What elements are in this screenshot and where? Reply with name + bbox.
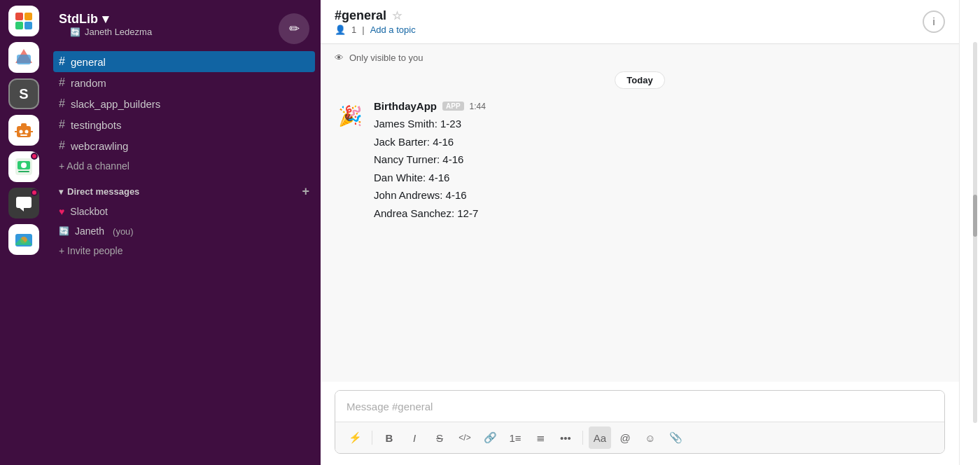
slackbot-heart-icon: ♥ [59,206,64,217]
channel-hash-icon: # [59,139,65,152]
dm-janeth-name: Janeth [75,225,104,237]
svg-rect-0 [15,13,23,20]
strikethrough-icon: S [436,432,443,444]
channel-random[interactable]: # random [48,72,321,93]
message-content: BirthdayApp APP 1:44 James Smith: 1-23 J… [374,100,945,222]
direct-messages-chevron-icon: ▾ [59,187,63,197]
app-badge: APP [442,102,464,111]
code-icon: </> [458,433,470,443]
user-status: 🔄 Janeth Ledezma [59,27,163,46]
customer-education-badge [31,153,38,160]
toolbar-separator [372,431,372,445]
compose-icon: ✏ [289,21,300,36]
user-name: Janeth Ledezma [85,27,152,37]
mention-icon: @ [620,432,630,444]
lightning-button[interactable]: ⚡ [344,426,366,449]
strikethrough-button[interactable]: S [428,426,451,449]
icon-s-workspace[interactable]: S [8,78,39,109]
icon-zoho[interactable] [8,6,39,36]
today-divider: Today [335,71,945,89]
scrollbar-track [973,42,977,423]
link-icon: 🔗 [484,431,497,444]
scrollbar-thumb[interactable] [973,195,977,237]
svg-rect-16 [18,171,29,172]
unordered-list-button[interactable]: ≣ [529,426,552,449]
message-line-3: Nancy Turner: 4-16 [374,151,945,169]
svg-point-8 [20,130,23,134]
add-dm-button[interactable]: + [302,184,309,199]
janeth-status-icon: 🔄 [59,226,69,236]
attach-icon: 📎 [669,431,682,444]
dm-janeth[interactable]: 🔄 Janeth (you) [48,221,321,241]
chat-app-badge [31,189,38,196]
add-topic-link[interactable]: Add a topic [370,25,416,35]
channel-webcrawling[interactable]: # webcrawling [48,135,321,156]
eye-icon: 👁 [335,53,344,63]
chat-header-left: #general ☆ 👤 1 | Add a topic [335,8,416,35]
dm-slackbot[interactable]: ♥ Slackbot [48,202,321,221]
invite-people-button[interactable]: + Invite people [48,241,321,261]
add-channel-label: + Add a channel [59,160,130,172]
channel-hash-icon: # [59,55,65,68]
channel-meta: 👤 1 | Add a topic [335,25,416,35]
emoji-button[interactable]: ☺ [639,426,662,449]
direct-messages-label: Direct messages [67,186,139,197]
bold-button[interactable]: B [378,426,400,449]
add-channel-button[interactable]: + Add a channel [48,156,321,176]
channel-name-webcrawling: webcrawling [71,140,129,152]
attach-button[interactable]: 📎 [664,426,687,449]
sender-name: BirthdayApp [374,100,437,112]
svg-rect-10 [20,134,27,136]
user-status-icon: 🔄 [70,27,80,37]
icon-photo-app[interactable] [8,224,39,255]
message-line-6: Andrea Sanchez: 12-7 [374,204,945,223]
message-line-1: James Smith: 1-23 [374,115,945,133]
channel-info-button[interactable]: i [923,11,945,33]
member-icon: 👤 [335,25,346,35]
star-icon[interactable]: ☆ [392,9,402,22]
link-button[interactable]: 🔗 [479,426,501,449]
chat-area: #general ☆ 👤 1 | Add a topic i 👁 Only vi… [321,0,959,465]
icon-robot-app[interactable] [8,115,39,146]
compose-button[interactable]: ✏ [279,13,309,44]
more-options-button[interactable]: ••• [554,426,577,449]
message-line-5: John Andrews: 4-16 [374,186,945,204]
italic-button[interactable]: I [403,426,426,449]
lightning-icon: ⚡ [349,431,362,444]
unordered-list-icon: ≣ [536,431,545,444]
ordered-list-button[interactable]: 1≡ [504,426,526,449]
meta-separator: | [362,25,364,35]
message-input[interactable] [335,391,944,422]
svg-rect-17 [16,197,31,208]
font-icon: Aa [594,432,606,444]
member-count: 1 [351,25,356,35]
code-button[interactable]: </> [454,426,476,449]
svg-rect-5 [17,55,31,64]
toolbar-separator-2 [582,431,583,445]
message-timestamp: 1:44 [470,102,486,111]
mention-button[interactable]: @ [614,426,636,449]
only-visible-text: Only visible to you [349,53,424,63]
emoji-icon: ☺ [645,432,655,444]
icon-bar: S [0,0,48,465]
icon-color-app[interactable] [8,42,39,73]
today-badge: Today [615,71,664,89]
channel-general[interactable]: # general [53,51,315,72]
icon-customer-education[interactable] [8,151,39,182]
message-avatar: 🎉 [335,100,365,131]
message-header: BirthdayApp APP 1:44 [374,100,945,112]
chat-header: #general ☆ 👤 1 | Add a topic i [321,0,959,44]
svg-rect-1 [24,13,32,20]
channel-testingbots[interactable]: # testingbots [48,114,321,135]
channel-slack-app-builders[interactable]: # slack_app_builders [48,93,321,114]
dm-janeth-you-label: (you) [113,226,134,237]
more-icon: ••• [560,432,571,444]
icon-chat-app[interactable] [8,188,39,218]
svg-point-15 [21,162,27,168]
workspace-name[interactable]: StdLib ▾ [59,11,163,27]
font-button[interactable]: Aa [589,426,611,449]
input-toolbar: ⚡ B I S </> 🔗 1≡ [335,422,944,453]
only-visible-banner: 👁 Only visible to you [335,53,945,63]
bold-icon: B [386,432,393,444]
channel-hash-icon: # [59,76,65,89]
